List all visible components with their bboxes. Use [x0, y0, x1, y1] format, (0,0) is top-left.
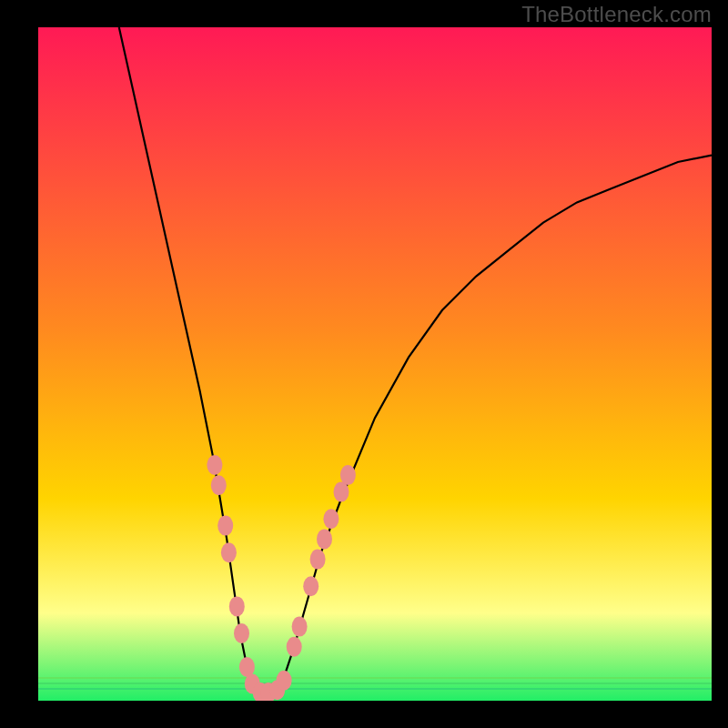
scatter-dot [292, 617, 308, 637]
scatter-dot [310, 550, 326, 570]
plot-area [38, 27, 712, 701]
scatter-dot [317, 529, 332, 549]
scatter-dot [287, 637, 302, 657]
band-1 [38, 677, 712, 679]
band-2 [38, 682, 712, 684]
chart-svg [38, 27, 712, 701]
scatter-dot [234, 623, 249, 643]
scatter-dot [303, 576, 318, 596]
scatter-dot [217, 516, 233, 536]
scatter-dot [211, 475, 227, 495]
scatter-dot [277, 671, 292, 691]
scatter-dot [323, 509, 339, 529]
watermark-text: TheBottleneck.com [521, 2, 712, 27]
scatter-dot [340, 465, 356, 485]
band-3 [38, 688, 712, 690]
scatter-dot [207, 455, 222, 475]
outer-frame: TheBottleneck.com [0, 0, 728, 728]
scatter-dot [221, 542, 237, 562]
scatter-dot [229, 596, 245, 616]
gradient-background [38, 27, 712, 701]
